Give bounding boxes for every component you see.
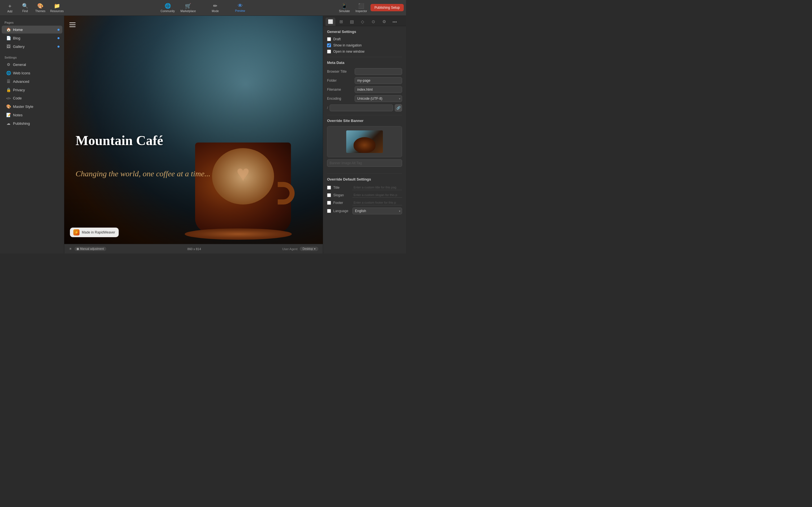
sidebar-item-publishing[interactable]: ☁ Publishing (2, 119, 62, 127)
themes-button[interactable]: 🎨 Themes (33, 2, 48, 14)
override-language-row: Language English French German Spanish ▾ (327, 208, 402, 214)
sidebar-item-advanced[interactable]: ☰ Advanced (2, 77, 62, 86)
open-new-window-label[interactable]: Open in new window (333, 50, 364, 54)
tab-settings[interactable]: ⚙ (379, 17, 389, 26)
hamburger-menu[interactable] (69, 22, 75, 27)
find-icon: 🔍 (22, 3, 28, 9)
desktop-selector[interactable]: Desktop ▾ (300, 247, 318, 251)
sidebar-item-gallery[interactable]: 🖼 Gallery (2, 43, 62, 50)
resources-button[interactable]: 📁 Resources (48, 2, 66, 14)
sidebar-item-privacy[interactable]: 🔒 Privacy (2, 86, 62, 94)
canvas-content: ♥ Mountain Café Changing the world, one … (64, 16, 323, 244)
override-slogan-row: Slogan (327, 192, 402, 198)
browser-title-label: Browser Title (327, 69, 352, 73)
sidebar-item-home[interactable]: 🏠 Home (2, 25, 62, 34)
meta-data-title: Meta Data (327, 61, 402, 65)
filename-input[interactable] (355, 86, 402, 93)
add-button[interactable]: ＋ Add (2, 1, 17, 14)
inspector-button[interactable]: ⬛ Inspector (353, 2, 369, 14)
open-new-window-checkbox[interactable] (327, 50, 331, 54)
override-defaults-title: Override Default Settings (327, 177, 402, 181)
show-in-nav-checkbox[interactable] (327, 43, 331, 47)
site-title: Mountain Café (75, 133, 163, 148)
publishing-icon: ☁ (6, 121, 11, 126)
tab-columns[interactable]: ⊞ (336, 17, 346, 26)
mode-button[interactable]: ✏ Mode (208, 2, 223, 14)
sidebar-item-web-icons[interactable]: 🌐 Web Icons (2, 69, 62, 77)
code-icon: </> (6, 97, 11, 100)
gallery-dot (57, 46, 59, 48)
override-footer-checkbox[interactable] (327, 201, 331, 205)
preview-icon: 👁 (238, 3, 243, 9)
override-title-input[interactable] (352, 185, 402, 190)
url-link-button[interactable]: 🔗 (395, 104, 402, 112)
language-select[interactable]: English French German Spanish (352, 208, 402, 214)
url-input[interactable] (329, 105, 393, 111)
banner-alt-input[interactable] (327, 159, 402, 167)
tab-more[interactable]: ••• (390, 17, 400, 26)
divider-2 (327, 115, 402, 115)
panel-tabs: ⬜ ⊞ ▤ ◇ ⊙ ⚙ ••• (323, 16, 406, 26)
sidebar-item-master-style[interactable]: 🎨 Master Style (2, 103, 62, 110)
toolbar: ＋ Add 🔍 Find 🎨 Themes 📁 Resources 🌐 Comm… (0, 0, 406, 16)
folder-label: Folder (327, 78, 352, 82)
filename-label: Filename (327, 88, 352, 92)
sidebar-item-general[interactable]: ⚙ General (2, 61, 62, 68)
made-in-rapidweaver-badge: ⚡ Made in RapidWeaver (70, 228, 119, 237)
find-button[interactable]: 🔍 Find (17, 2, 33, 14)
draft-label[interactable]: Draft (333, 37, 341, 41)
filename-row: Filename (327, 86, 402, 93)
banner-image-preview (346, 130, 383, 153)
sidebar-item-notes[interactable]: 📝 Notes (2, 111, 62, 119)
url-row: / 🔗 (327, 104, 402, 112)
browser-title-input[interactable] (355, 68, 402, 75)
override-title-row: Title (327, 185, 402, 190)
show-in-nav-label[interactable]: Show in navigation (333, 43, 362, 47)
override-footer-input[interactable] (352, 200, 402, 205)
general-icon: ⚙ (6, 62, 11, 67)
override-slogan-checkbox[interactable] (327, 193, 331, 197)
override-title-checkbox[interactable] (327, 186, 331, 189)
divider-3 (327, 173, 402, 174)
add-icon: ＋ (7, 3, 12, 9)
pages-section-label: Pages (0, 18, 64, 25)
publishing-setup-button[interactable]: Publishing Setup (370, 4, 404, 11)
sidebar-item-blog[interactable]: 📄 Blog (2, 34, 62, 42)
canvas-dimensions: 860 x 814 (188, 247, 201, 251)
override-slogan-input[interactable] (352, 192, 402, 198)
sidebar-item-gallery-label: Gallery (13, 45, 24, 49)
override-language-label: Language (333, 209, 350, 213)
folder-input[interactable] (355, 77, 402, 84)
override-footer-label: Footer (333, 201, 350, 205)
folder-row: Folder (327, 77, 402, 84)
show-in-nav-row: Show in navigation (327, 43, 402, 47)
notes-icon: 📝 (6, 113, 11, 117)
site-slogan: Changing the world, one coffee at a time… (75, 168, 210, 179)
home-icon: 🏠 (6, 27, 11, 32)
right-panel-content: General Settings Draft Show in navigatio… (323, 26, 406, 253)
override-language-checkbox[interactable] (327, 209, 331, 213)
canvas-footer: ☀ Manual adjustment 860 x 814 User Agent… (64, 244, 323, 253)
sidebar-item-home-label: Home (13, 27, 23, 32)
tab-layout[interactable]: ▤ (347, 17, 357, 26)
mode-icon: ✏ (213, 3, 217, 9)
home-dot (57, 29, 59, 31)
tab-page[interactable]: ⬜ (325, 17, 336, 26)
simulate-button[interactable]: 📱 Simulate (337, 2, 352, 14)
draft-checkbox[interactable] (327, 37, 331, 41)
simulate-icon: 📱 (341, 3, 347, 9)
manual-adjustment-pill[interactable]: Manual adjustment (74, 247, 106, 251)
community-button[interactable]: 🌐 Community (158, 2, 177, 14)
preview-button[interactable]: 👁 Preview (233, 2, 248, 13)
override-banner-title: Override Site Banner (327, 119, 402, 123)
banner-image-container[interactable] (327, 126, 402, 157)
main-layout: Pages 🏠 Home 📄 Blog 🖼 Gallery Settings ⚙… (0, 16, 406, 253)
sidebar: Pages 🏠 Home 📄 Blog 🖼 Gallery Settings ⚙… (0, 16, 64, 253)
sidebar-item-code[interactable]: </> Code (2, 94, 62, 102)
marketplace-button[interactable]: 🛒 Marketplace (178, 2, 198, 14)
encoding-select[interactable]: Unicode (UTF-8) (355, 95, 402, 102)
tab-seo[interactable]: ⊙ (368, 17, 378, 26)
master-style-icon: 🎨 (6, 104, 11, 109)
advanced-icon: ☰ (6, 79, 11, 83)
tab-style[interactable]: ◇ (357, 17, 368, 26)
